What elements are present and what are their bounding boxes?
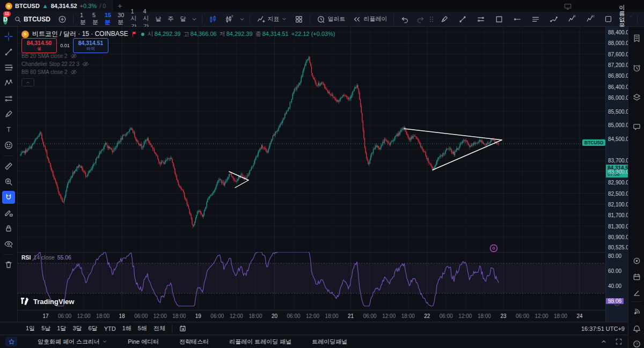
fav-tool-rectangle-button[interactable] [492,13,507,26]
timeframe-button-달[interactable]: 달 [177,13,189,26]
legend-collapse-button[interactable] [21,78,34,86]
price-pane[interactable] [18,27,605,252]
layers-panel-button[interactable] [631,91,642,103]
alert-button[interactable]: 얼러트 [313,13,348,26]
undo-button[interactable] [397,13,412,26]
fav-tool-brush-button[interactable] [437,13,452,26]
clock-utc-label[interactable]: 16:37:51 UTC+9 [581,325,625,332]
chart-type-candles-button[interactable] [206,13,221,26]
brush-tool-button[interactable] [2,108,15,121]
timeframe-button-1분[interactable]: 1분 [77,13,89,26]
price-axis[interactable]: 84,314.51 07:08 55.06 88,400.0088,000.00… [605,27,628,322]
compare-add-button[interactable] [55,13,70,26]
calendar-panel-button[interactable] [631,271,642,283]
status-tab[interactable]: 리플레이 트레이딩 패널 [229,338,291,346]
pattern-tool-button[interactable] [2,77,15,90]
hide-drawings-tool-button[interactable] [2,238,15,250]
fib-tool-button[interactable] [2,61,15,74]
watchlist-button[interactable] [631,32,642,44]
prediction-tool-button[interactable] [2,92,15,105]
panel-open-button[interactable] [600,338,608,345]
indicators-button[interactable]: 지표 [253,13,290,26]
object-tree-button[interactable] [631,255,642,266]
layout-grid-button[interactable] [291,13,306,26]
fav-tool-trendline-button[interactable] [455,13,470,26]
timeframe-button-15분[interactable]: 15분 [101,13,114,26]
symbol-search-button[interactable]: BTCUSD [11,13,54,26]
legend-title[interactable]: 비트코인 / 달러 · 15 · COINBASE [32,29,128,39]
magnet-tool-button[interactable] [2,191,15,204]
symbol-legend[interactable]: B 비트코인 / 달러 · 15 · COINBASE 시84,292.39 고… [21,29,336,39]
market-status-icon [141,33,144,36]
favorites-star-button[interactable] [5,337,17,346]
fav-tool-fib-button[interactable] [528,13,543,26]
eye-hidden-icon[interactable] [82,61,89,68]
range-button-5해[interactable]: 5해 [135,324,150,332]
range-button-1해[interactable]: 1해 [119,324,135,332]
indicator-row[interactable]: BB 20 SMA close 2 [21,52,89,60]
status-tab[interactable]: 트레이딩패널 [312,338,347,346]
drawing-lock-tool-button[interactable] [2,206,15,219]
rsi-legend[interactable]: RSI 14 close 55.06 [21,254,71,261]
time-axis-label: 06:00 [210,313,224,319]
remove-drawings-tool-button[interactable] [2,258,15,271]
streams-button[interactable] [631,306,642,317]
range-button-1일[interactable]: 1일 [23,324,38,332]
panel-expand-button[interactable] [615,338,623,345]
timeframe-button-주[interactable]: 주 [164,13,177,26]
timeframe-dropdown[interactable] [190,13,199,26]
fav-tool-elliott-is-button[interactable]: IS [565,13,580,26]
range-button-1달[interactable]: 1달 [54,324,69,332]
eye-hidden-icon[interactable] [70,53,77,60]
buy-button[interactable]: 84,314.51바이 [73,38,108,53]
range-button-전체[interactable]: 전체 [150,324,169,332]
sell-button[interactable]: 84,314.50셀 [21,38,57,53]
status-tab[interactable]: Pine 에디터 [128,338,159,346]
status-tab[interactable]: 전략테스터 [179,338,209,346]
drawing-toolbar: T [0,27,18,322]
timeframe-button-4시간[interactable]: 4시간 [140,13,152,26]
go-to-date-button[interactable] [175,324,190,332]
timeframe-button-날[interactable]: 날 [152,13,164,26]
text-tool-button[interactable]: T [2,123,15,136]
crosshair-tool-button[interactable] [2,30,15,43]
chat-panel-button[interactable] [631,121,642,132]
trendline-tool-button[interactable] [2,46,15,58]
trades-panel-button[interactable] [631,287,642,299]
chart-type-hollow-button[interactable]: 0 [222,13,237,26]
screener-tab[interactable]: 암호화폐 페어 스크리너 [38,338,107,346]
rsi-pane[interactable] [18,252,605,310]
range-button-YTD[interactable]: YTD [101,325,119,332]
fav-tool-horizontal-ray-button[interactable] [510,13,525,26]
alerts-panel-button[interactable] [631,62,642,73]
indicator-row[interactable]: Chandelier Stop 22 22 3 [21,60,89,68]
timeframe-button-5분[interactable]: 5분 [89,13,101,26]
symbol-tab[interactable]: B BTCUSD ▲ 84,314.52 +0.3% / 0 [0,0,113,12]
indicator-row[interactable]: BB 80 SMA close 2 [21,68,89,76]
replay-button[interactable]: 리플레이 [349,13,390,26]
measure-tool-button[interactable] [2,160,15,173]
chart-area[interactable]: B 비트코인 / 달러 · 15 · COINBASE 시84,292.39 고… [18,27,605,322]
drag-handle-icon[interactable] [429,16,434,23]
time-axis[interactable]: 1706:0012:0018:001806:0012:0018:001906:0… [18,310,605,322]
lock-all-tool-button[interactable] [2,222,15,235]
zoom-in-tool-button[interactable] [2,175,15,188]
timeframe-button-1시간[interactable]: 1시간 [127,13,140,26]
fav-tool-forecast-button[interactable] [473,13,488,26]
range-button-6달[interactable]: 6달 [85,324,101,332]
notifications-button[interactable] [631,323,642,335]
flag-icon[interactable] [131,31,138,38]
chart-type-dropdown[interactable] [238,13,246,26]
range-button-3달[interactable]: 3달 [69,324,85,332]
layout-select-checkbox[interactable] [601,13,616,26]
help-button[interactable]: ? [631,338,642,348]
fav-tool-polyline-button[interactable] [546,13,561,26]
fav-tool-elliott-ac-button[interactable]: AC [583,13,598,26]
timeframe-button-30분[interactable]: 30분 [114,13,127,26]
new-tab-button[interactable]: + [113,0,127,12]
eye-hidden-icon[interactable] [70,69,77,76]
range-button-5날[interactable]: 5날 [38,324,54,332]
user-avatar[interactable]: D 11 [3,13,8,25]
emoji-tool-button[interactable] [2,139,15,152]
redo-button[interactable] [413,13,428,26]
